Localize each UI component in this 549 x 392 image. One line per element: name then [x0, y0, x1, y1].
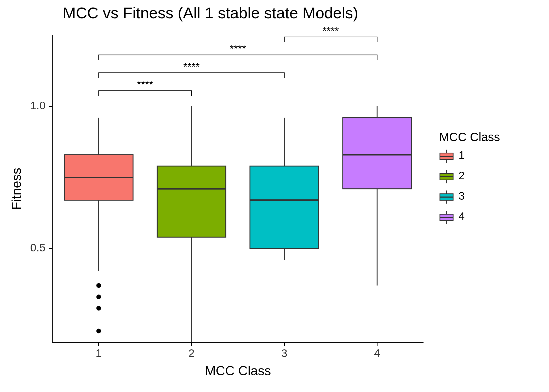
chart-root: MCC vs Fitness (All 1 stable state Model…	[0, 0, 549, 392]
boxplot-chart: MCC vs Fitness (All 1 stable state Model…	[0, 0, 549, 392]
significance-bracket	[99, 91, 192, 96]
significance-label: ****	[323, 25, 339, 37]
boxplot-group	[157, 106, 226, 342]
outlier-point	[96, 295, 101, 299]
box	[157, 166, 226, 237]
significance-bracket	[99, 73, 284, 78]
boxplot-group	[64, 118, 133, 333]
outlier-point	[96, 283, 101, 288]
x-tick-label: 4	[374, 347, 380, 359]
box	[250, 166, 319, 249]
y-axis-label: Fitness	[9, 168, 24, 210]
boxplot-group	[250, 118, 319, 260]
y-tick-label: 1.0	[30, 99, 45, 112]
significance-label: ****	[137, 79, 153, 90]
outlier-point	[96, 306, 101, 310]
chart-title: MCC vs Fitness (All 1 stable state Model…	[63, 4, 358, 22]
significance-bracket	[99, 55, 377, 60]
legend-item-label: 3	[459, 190, 465, 202]
boxplot-group	[343, 106, 411, 285]
legend-item-label: 2	[459, 169, 465, 182]
x-axis-label: MCC Class	[205, 364, 271, 378]
significance-label: ****	[183, 61, 199, 72]
significance-bracket	[284, 37, 377, 42]
legend-item-label: 1	[459, 149, 465, 161]
outlier-point	[96, 328, 101, 333]
x-tick-label: 2	[188, 347, 195, 359]
y-tick-label: 0.5	[30, 241, 45, 254]
box	[343, 118, 411, 189]
legend: MCC Class1234	[439, 130, 500, 225]
legend-title: MCC Class	[439, 130, 500, 144]
x-tick-label: 1	[96, 347, 102, 359]
significance-label: ****	[230, 43, 246, 54]
x-tick-label: 3	[281, 347, 287, 359]
legend-item-label: 4	[459, 210, 465, 222]
